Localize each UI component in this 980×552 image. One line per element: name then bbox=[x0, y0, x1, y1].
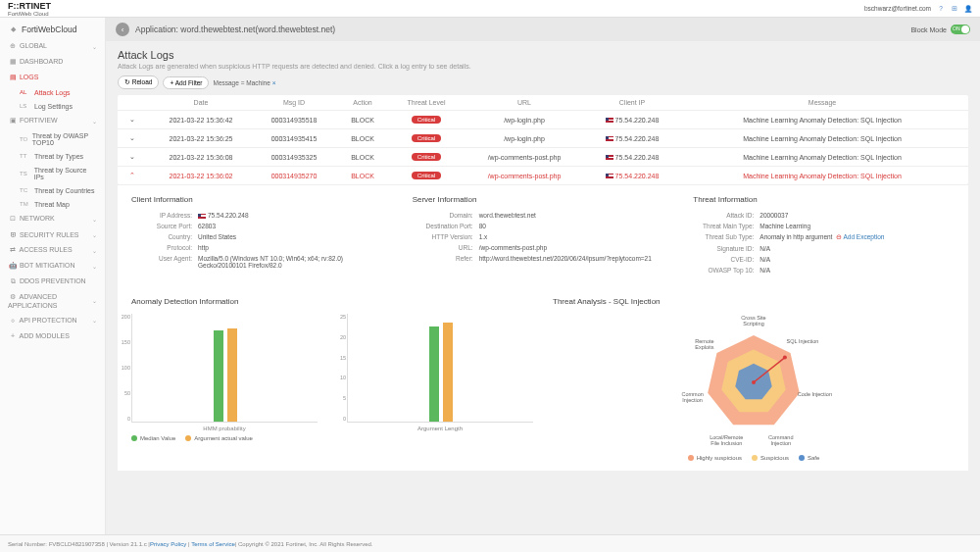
flag-us-icon bbox=[606, 118, 613, 123]
app-bar: ‹ Application: word.thewebtest.net(word.… bbox=[106, 18, 980, 41]
footer: Serial Number: FVBCLD4821907358 | Versio… bbox=[0, 534, 980, 552]
api-icon: ⟐ bbox=[8, 315, 18, 325]
log-row[interactable]: ⌃ 2021-03-22 15:36:02 000314935270 BLOCK… bbox=[118, 166, 968, 184]
shield-icon: ⛨ bbox=[8, 229, 18, 239]
chevron-down-icon: ⌄ bbox=[92, 216, 97, 223]
page-description: Attack Logs are generated when suspiciou… bbox=[118, 63, 968, 70]
col-header-date[interactable]: Date bbox=[147, 99, 255, 106]
log-row[interactable]: ⌄ 2021-03-22 15:36:08 000314935325 BLOCK… bbox=[118, 147, 968, 166]
anomaly-title: Anomaly Detection Information bbox=[131, 297, 533, 306]
chevron-down-icon: ⌄ bbox=[129, 153, 135, 160]
logs-icon: ▤ bbox=[8, 73, 18, 82]
privacy-link[interactable]: Privacy Policy bbox=[150, 541, 186, 547]
chevron-down-icon: ⌄ bbox=[92, 263, 97, 270]
grid-icon[interactable]: ⊞ bbox=[951, 5, 958, 13]
sidebar-group-security[interactable]: ⛨ SECURITY RULES⌄ bbox=[0, 226, 105, 242]
header-right: bschwarz@fortinet.com ? ⊞ 👤 bbox=[864, 5, 972, 13]
page-title: Attack Logs bbox=[118, 49, 968, 61]
svg-point-5 bbox=[783, 356, 787, 360]
chevron-down-icon: ⌄ bbox=[92, 231, 97, 238]
sidebar-item-types[interactable]: TTThreat by Types bbox=[0, 149, 105, 163]
sidebar-item-sourceip[interactable]: TSThreat by Source IPs bbox=[0, 163, 105, 183]
log-row[interactable]: ⌄ 2021-03-22 15:36:42 000314935518 BLOCK… bbox=[118, 110, 968, 128]
flag-us-icon bbox=[198, 214, 206, 219]
flag-us-icon bbox=[606, 155, 613, 160]
dashboard-icon: ▦ bbox=[8, 57, 18, 67]
user-icon[interactable]: 👤 bbox=[964, 5, 972, 13]
sidebar-item-log-settings[interactable]: LSLog Settings bbox=[0, 99, 105, 113]
sidebar-item-map[interactable]: TMThreat Map bbox=[0, 197, 105, 211]
sidebar-item-owasp[interactable]: TOThreat by OWASP TOP10 bbox=[0, 128, 105, 149]
chevron-down-icon: ⌄ bbox=[92, 297, 97, 304]
sidebar-group-api[interactable]: ⟐ API PROTECTION⌄ bbox=[0, 312, 105, 327]
help-icon[interactable]: ? bbox=[937, 5, 945, 13]
sidebar-group-global[interactable]: ⊕ GLOBAL⌄ bbox=[0, 38, 105, 54]
log-header: Date Msg ID Action Threat Level URL Clie… bbox=[118, 95, 968, 110]
anomaly-chart: Anomaly Detection Information 2001501005… bbox=[131, 297, 533, 461]
threat-analysis-title: Threat Analysis - SQL Injection bbox=[553, 297, 955, 306]
detail-panel: Client Information IP Address:75.54.220.… bbox=[118, 184, 968, 287]
filter-tag: Message = Machine × bbox=[213, 79, 275, 86]
sidebar-item-attack-logs[interactable]: ALAttack Logs bbox=[0, 85, 105, 99]
add-filter-button[interactable]: + Add Filter bbox=[163, 76, 209, 89]
col-header-url[interactable]: URL bbox=[461, 99, 588, 106]
chevron-down-icon: ⌄ bbox=[92, 247, 97, 254]
sidebar-group-add[interactable]: + ADD MODULES bbox=[0, 327, 105, 343]
log-row[interactable]: ⌄ 2021-03-22 15:36:25 000314935415 BLOCK… bbox=[118, 128, 968, 147]
top-header: F::RTINET FortiWeb Cloud bschwarz@fortin… bbox=[0, 0, 980, 18]
sidebar-title[interactable]: ◆FortiWebCloud bbox=[0, 21, 105, 38]
app-icon: ◆ bbox=[8, 25, 18, 34]
sidebar-group-logs[interactable]: ▤ LOGS bbox=[0, 70, 105, 85]
server-info: Server Information Domain:word.thewebtes… bbox=[413, 195, 674, 277]
col-header-msgid[interactable]: Msg ID bbox=[255, 99, 333, 106]
back-button[interactable]: ‹ bbox=[116, 23, 129, 36]
block-mode-label: Block Mode bbox=[910, 26, 947, 33]
access-icon: ⇄ bbox=[8, 245, 18, 255]
sidebar-group-advanced[interactable]: ⚙ ADVANCED APPLICATIONS⌄ bbox=[0, 289, 105, 312]
client-info: Client Information IP Address:75.54.220.… bbox=[131, 195, 393, 277]
app-title: Application: word.thewebtest.net(word.th… bbox=[135, 25, 335, 34]
chevron-down-icon: ⌄ bbox=[92, 317, 97, 324]
sidebar-item-countries[interactable]: TCThreat by Countries bbox=[0, 183, 105, 197]
chevron-up-icon: ⌃ bbox=[129, 172, 135, 178]
chevron-down-icon: ⌄ bbox=[129, 116, 135, 123]
col-header-ip[interactable]: Client IP bbox=[588, 99, 676, 106]
block-mode-toggle[interactable]: ON bbox=[951, 25, 970, 34]
threat-analysis-chart: Threat Analysis - SQL Injection Cross Si… bbox=[553, 297, 955, 461]
bot-icon: 🤖 bbox=[8, 261, 18, 271]
sidebar: ◆FortiWebCloud ⊕ GLOBAL⌄ ▦ DASHBOARD ▤ L… bbox=[0, 18, 106, 534]
server-info-title: Server Information bbox=[413, 195, 674, 204]
terms-link[interactable]: Terms of Service bbox=[191, 541, 235, 547]
log-table: Date Msg ID Action Threat Level URL Clie… bbox=[118, 95, 968, 184]
threat-info-title: Threat Information bbox=[693, 195, 955, 204]
reload-button[interactable]: ↻ Reload bbox=[118, 75, 159, 89]
client-info-title: Client Information bbox=[131, 195, 393, 204]
col-header-msg[interactable]: Message bbox=[676, 99, 968, 106]
fortiview-icon: ▣ bbox=[8, 116, 18, 125]
sidebar-group-access[interactable]: ⇄ ACCESS RULES⌄ bbox=[0, 242, 105, 258]
exception-icon: ⊖ bbox=[836, 233, 842, 240]
sidebar-group-bot[interactable]: 🤖 BOT MITIGATION⌄ bbox=[0, 258, 105, 274]
logo-block: F::RTINET FortiWeb Cloud bbox=[8, 1, 51, 17]
block-mode: Block Mode ON bbox=[910, 25, 970, 34]
user-email[interactable]: bschwarz@fortinet.com bbox=[864, 5, 931, 12]
globe-icon: ⊕ bbox=[8, 41, 18, 51]
flag-us-icon bbox=[606, 136, 613, 141]
sidebar-group-ddos[interactable]: ⧉ DDOS PREVENTION bbox=[0, 274, 105, 289]
add-exception-link[interactable]: Add Exception bbox=[844, 233, 885, 240]
col-header-threat[interactable]: Threat Level bbox=[392, 99, 461, 106]
ddos-icon: ⧉ bbox=[8, 276, 18, 286]
network-icon: ⊡ bbox=[8, 214, 18, 224]
advanced-icon: ⚙ bbox=[8, 292, 18, 302]
remove-filter-icon[interactable]: × bbox=[272, 79, 276, 86]
sidebar-group-fortiview[interactable]: ▣ FORTIVIEW⌄ bbox=[0, 113, 105, 128]
sidebar-group-network[interactable]: ⊡ NETWORK⌄ bbox=[0, 211, 105, 226]
col-header-action[interactable]: Action bbox=[333, 99, 392, 106]
flag-us-icon bbox=[606, 174, 613, 178]
plus-icon: + bbox=[8, 330, 18, 340]
chevron-down-icon: ⌄ bbox=[92, 43, 97, 50]
logo: F::RTINET bbox=[8, 1, 51, 11]
sidebar-group-dashboard[interactable]: ▦ DASHBOARD bbox=[0, 54, 105, 70]
content: ‹ Application: word.thewebtest.net(word.… bbox=[106, 18, 980, 534]
chevron-down-icon: ⌄ bbox=[92, 118, 97, 125]
